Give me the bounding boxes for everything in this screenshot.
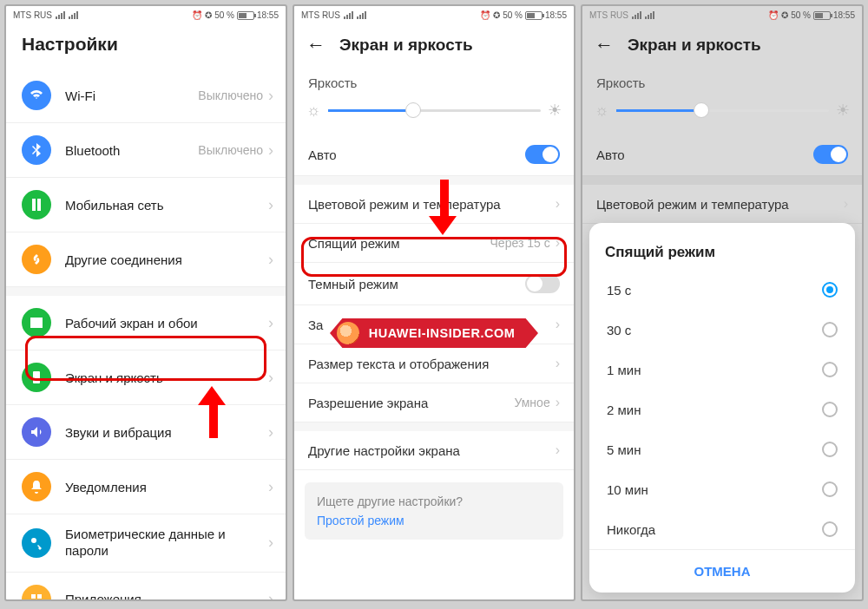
item-label: Wi-Fi (65, 88, 198, 103)
section-gap (6, 287, 286, 296)
option-label: 2 мин (607, 403, 641, 417)
simple-mode-link[interactable]: Простой режим (317, 514, 551, 527)
dark-mode-toggle[interactable] (525, 274, 560, 293)
chevron-right-icon: › (556, 196, 560, 212)
settings-item-link[interactable]: Другие соединения› (6, 232, 286, 287)
grid-icon (22, 585, 51, 602)
option-label: 15 c (607, 283, 631, 298)
sleep-option-1[interactable]: 30 c (589, 310, 855, 350)
brightness-slider[interactable] (328, 109, 542, 112)
chevron-right-icon: › (268, 251, 273, 269)
settings-item-sim[interactable]: Мобильная сеть› (6, 178, 286, 232)
chevron-right-icon: › (268, 534, 273, 552)
dialog-title: Спящий режим (589, 232, 855, 270)
sleep-dialog: Спящий режим 15 c30 c1 мин2 мин5 мин10 м… (589, 223, 855, 593)
item-label: Биометрические данные и пароли (65, 527, 268, 560)
suggestion-box: Ищете другие настройки? Простой режим (305, 482, 563, 540)
item-label: Мобильная сеть (65, 198, 268, 213)
radio-icon (822, 521, 838, 537)
chevron-right-icon: › (268, 423, 273, 442)
row-label: Темный режим (308, 277, 398, 291)
svg-point-1 (31, 538, 36, 543)
chevron-right-icon: › (556, 235, 560, 250)
signal-icon-2 (69, 11, 78, 19)
page-title: Настройки (6, 25, 286, 69)
signal-icon-2 (645, 11, 654, 19)
settings-item-key[interactable]: Биометрические данные и пароли› (6, 514, 286, 573)
display-row-5[interactable]: Разрешение экранаУмное› (294, 383, 574, 422)
option-label: 30 c (607, 323, 631, 337)
auto-brightness-label: Авто (596, 147, 625, 162)
battery-pct: ✪ 50 % (493, 10, 523, 20)
row-value: Умное (514, 396, 549, 409)
item-label: Звуки и вибрация (65, 425, 268, 440)
display-row-2[interactable]: Темный режим (294, 263, 574, 305)
chevron-right-icon: › (268, 369, 273, 387)
watermark: HUAWEI-INSIDER.COM (330, 318, 538, 348)
sim-icon (22, 190, 51, 219)
back-button[interactable]: ← (595, 34, 614, 56)
chevron-right-icon: › (268, 141, 273, 160)
battery-pct: ✪ 50 % (781, 10, 811, 20)
sun-high-icon: ☀ (836, 101, 850, 120)
screen-settings: MTS RUS ⏰ ✪ 50 % 18:55 Настройки Wi-FiВы… (4, 4, 287, 601)
page-title: Экран и яркость (628, 36, 761, 55)
radio-icon (822, 481, 838, 497)
auto-brightness-toggle[interactable] (813, 145, 848, 164)
row-value: Через 15 с (490, 236, 550, 250)
carrier: MTS RUS (301, 10, 340, 20)
battery-pct: ✪ 50 % (205, 10, 234, 20)
settings-item-bell[interactable]: Уведомления› (6, 460, 286, 514)
color-mode-row[interactable]: Цветовой режим и температура › (582, 185, 862, 224)
alarm-icon: ⏰ (192, 10, 202, 20)
screen-brightness: MTS RUS ⏰ ✪ 50 % 18:55 ← Экран и яркость… (293, 4, 575, 601)
display-row-4[interactable]: Размер текста и отображения› (294, 344, 574, 383)
settings-item-sound[interactable]: Звуки и вибрация› (6, 405, 286, 460)
settings-item-phone[interactable]: Экран и яркость› (6, 350, 286, 405)
svg-rect-4 (31, 600, 36, 602)
clock: 18:55 (257, 10, 279, 20)
sun-low-icon: ☼ (595, 102, 609, 120)
carrier: MTS RUS (13, 10, 52, 20)
svg-rect-5 (37, 600, 42, 602)
status-bar: MTS RUS ⏰ ✪ 50 % 18:55 (294, 6, 574, 25)
sleep-option-0[interactable]: 15 c (589, 270, 855, 310)
display-row-1[interactable]: Спящий режимЧерез 15 с› (294, 224, 574, 263)
svg-rect-0 (33, 371, 40, 383)
back-button[interactable]: ← (306, 34, 326, 56)
phone-icon (22, 363, 51, 392)
sleep-option-2[interactable]: 1 мин (589, 350, 855, 390)
chevron-right-icon: › (556, 442, 560, 458)
carrier: MTS RUS (589, 10, 628, 20)
section-gap (294, 176, 574, 185)
settings-item-wifi[interactable]: Wi-FiВыключено› (6, 69, 286, 123)
item-label: Уведомления (65, 480, 268, 494)
other-display-settings[interactable]: Другие настройки экрана › (294, 431, 574, 470)
sleep-option-5[interactable]: 10 мин (589, 469, 855, 509)
brightness-slider[interactable] (616, 109, 830, 112)
chevron-right-icon: › (556, 317, 560, 332)
display-row-0[interactable]: Цветовой режим и температура› (294, 185, 574, 224)
bt-icon (22, 135, 51, 165)
cancel-button[interactable]: ОТМЕНА (589, 549, 855, 593)
settings-item-bt[interactable]: BluetoothВыключено› (6, 123, 286, 178)
radio-icon (822, 322, 838, 337)
brightness-label: Яркость (294, 65, 574, 95)
sun-low-icon: ☼ (306, 102, 321, 120)
chevron-right-icon: › (268, 196, 273, 214)
chevron-right-icon: › (268, 478, 273, 496)
screen-sleep-dialog: MTS RUS ⏰ ✪ 50 % 18:55 ← Экран и яркость… (581, 4, 864, 601)
settings-item-image[interactable]: Рабочий экран и обои› (6, 296, 286, 350)
item-label: Экран и яркость (65, 370, 268, 385)
key-icon (22, 528, 51, 558)
battery-icon (525, 11, 542, 20)
sleep-option-6[interactable]: Никогда (589, 509, 855, 549)
sleep-option-3[interactable]: 2 мин (589, 390, 855, 429)
suggestion-question: Ищете другие настройки? (317, 494, 551, 508)
sleep-option-4[interactable]: 5 мин (589, 429, 855, 469)
settings-item-grid[interactable]: Приложения› (6, 573, 286, 602)
auto-brightness-toggle[interactable] (525, 145, 560, 164)
brightness-label: Яркость (582, 65, 862, 95)
wifi-icon (22, 81, 51, 110)
radio-icon (822, 362, 838, 377)
